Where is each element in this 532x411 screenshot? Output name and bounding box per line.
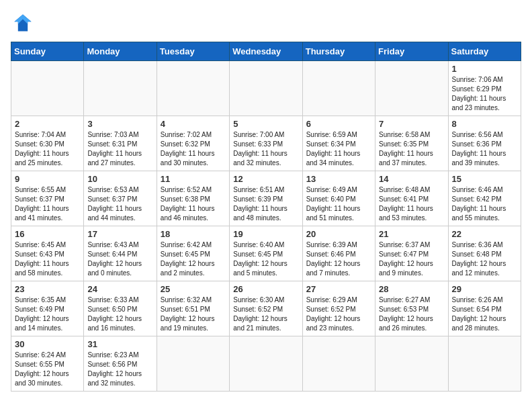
day-info: Sunrise: 6:42 AM Sunset: 6:45 PM Dayligh… — [161, 240, 226, 278]
calendar-cell: 23Sunrise: 6:35 AM Sunset: 6:49 PM Dayli… — [11, 281, 84, 336]
day-number: 2 — [15, 119, 80, 129]
calendar-cell — [375, 336, 448, 392]
calendar-cell — [230, 61, 302, 116]
day-number: 18 — [161, 229, 226, 239]
calendar-cell: 15Sunrise: 6:46 AM Sunset: 6:42 PM Dayli… — [448, 171, 521, 226]
day-info: Sunrise: 6:24 AM Sunset: 6:55 PM Dayligh… — [15, 351, 80, 388]
calendar-cell: 26Sunrise: 6:30 AM Sunset: 6:52 PM Dayli… — [230, 281, 302, 336]
calendar-cell — [11, 61, 84, 116]
day-number: 23 — [15, 284, 80, 294]
day-number: 5 — [233, 119, 298, 129]
day-number: 4 — [161, 119, 226, 129]
day-info: Sunrise: 6:40 AM Sunset: 6:45 PM Dayligh… — [233, 240, 298, 278]
calendar-week-5: 23Sunrise: 6:35 AM Sunset: 6:49 PM Dayli… — [11, 281, 521, 336]
calendar-cell — [157, 61, 229, 116]
calendar-cell: 3Sunrise: 7:03 AM Sunset: 6:31 PM Daylig… — [84, 116, 157, 171]
calendar-cell: 25Sunrise: 6:32 AM Sunset: 6:51 PM Dayli… — [157, 281, 229, 336]
day-info: Sunrise: 7:04 AM Sunset: 6:30 PM Dayligh… — [15, 130, 80, 168]
day-info: Sunrise: 6:32 AM Sunset: 6:51 PM Dayligh… — [161, 295, 226, 333]
day-number: 24 — [87, 284, 152, 294]
day-info: Sunrise: 6:39 AM Sunset: 6:46 PM Dayligh… — [306, 240, 371, 278]
day-number: 28 — [379, 284, 444, 294]
day-info: Sunrise: 6:43 AM Sunset: 6:44 PM Dayligh… — [87, 240, 152, 278]
calendar-cell — [302, 61, 375, 116]
calendar-cell: 11Sunrise: 6:52 AM Sunset: 6:38 PM Dayli… — [157, 171, 229, 226]
day-number: 1 — [452, 64, 517, 74]
calendar-cell: 8Sunrise: 6:56 AM Sunset: 6:36 PM Daylig… — [448, 116, 521, 171]
day-header-tuesday: Tuesday — [157, 42, 229, 61]
calendar-cell: 10Sunrise: 6:53 AM Sunset: 6:37 PM Dayli… — [84, 171, 157, 226]
calendar-cell — [375, 61, 448, 116]
page-header — [11, 11, 521, 35]
day-info: Sunrise: 7:06 AM Sunset: 6:29 PM Dayligh… — [452, 75, 517, 113]
day-header-thursday: Thursday — [302, 42, 375, 61]
day-info: Sunrise: 7:00 AM Sunset: 6:33 PM Dayligh… — [233, 130, 298, 168]
calendar-cell: 12Sunrise: 6:51 AM Sunset: 6:39 PM Dayli… — [230, 171, 302, 226]
calendar-header-row: SundayMondayTuesdayWednesdayThursdayFrid… — [11, 42, 521, 61]
day-number: 7 — [379, 119, 444, 129]
day-number: 8 — [452, 119, 517, 129]
calendar-week-3: 9Sunrise: 6:55 AM Sunset: 6:37 PM Daylig… — [11, 171, 521, 226]
day-info: Sunrise: 6:45 AM Sunset: 6:43 PM Dayligh… — [15, 240, 80, 278]
calendar-cell: 4Sunrise: 7:02 AM Sunset: 6:32 PM Daylig… — [157, 116, 229, 171]
calendar-cell: 31Sunrise: 6:23 AM Sunset: 6:56 PM Dayli… — [84, 336, 157, 392]
calendar-cell: 29Sunrise: 6:26 AM Sunset: 6:54 PM Dayli… — [448, 281, 521, 336]
calendar-cell — [448, 336, 521, 392]
day-info: Sunrise: 6:27 AM Sunset: 6:53 PM Dayligh… — [379, 295, 444, 333]
calendar-cell: 13Sunrise: 6:49 AM Sunset: 6:40 PM Dayli… — [302, 171, 375, 226]
calendar-cell: 30Sunrise: 6:24 AM Sunset: 6:55 PM Dayli… — [11, 336, 84, 392]
day-number: 27 — [306, 284, 371, 294]
day-number: 15 — [452, 174, 517, 184]
day-info: Sunrise: 6:46 AM Sunset: 6:42 PM Dayligh… — [452, 185, 517, 223]
day-number: 6 — [306, 119, 371, 129]
day-number: 19 — [233, 229, 298, 239]
day-info: Sunrise: 6:37 AM Sunset: 6:47 PM Dayligh… — [379, 240, 444, 278]
calendar-cell: 18Sunrise: 6:42 AM Sunset: 6:45 PM Dayli… — [157, 226, 229, 281]
calendar-week-6: 30Sunrise: 6:24 AM Sunset: 6:55 PM Dayli… — [11, 336, 521, 392]
day-info: Sunrise: 6:55 AM Sunset: 6:37 PM Dayligh… — [15, 185, 80, 223]
calendar-cell: 27Sunrise: 6:29 AM Sunset: 6:52 PM Dayli… — [302, 281, 375, 336]
day-info: Sunrise: 6:58 AM Sunset: 6:35 PM Dayligh… — [379, 130, 444, 168]
day-info: Sunrise: 7:02 AM Sunset: 6:32 PM Dayligh… — [161, 130, 226, 168]
day-info: Sunrise: 6:51 AM Sunset: 6:39 PM Dayligh… — [233, 185, 298, 223]
calendar-cell: 19Sunrise: 6:40 AM Sunset: 6:45 PM Dayli… — [230, 226, 302, 281]
calendar-cell: 7Sunrise: 6:58 AM Sunset: 6:35 PM Daylig… — [375, 116, 448, 171]
day-info: Sunrise: 7:03 AM Sunset: 6:31 PM Dayligh… — [87, 130, 152, 168]
day-number: 14 — [379, 174, 444, 184]
day-header-monday: Monday — [84, 42, 157, 61]
day-info: Sunrise: 6:48 AM Sunset: 6:41 PM Dayligh… — [379, 185, 444, 223]
calendar-cell: 16Sunrise: 6:45 AM Sunset: 6:43 PM Dayli… — [11, 226, 84, 281]
day-info: Sunrise: 6:56 AM Sunset: 6:36 PM Dayligh… — [452, 130, 517, 168]
calendar-cell: 22Sunrise: 6:36 AM Sunset: 6:48 PM Dayli… — [448, 226, 521, 281]
calendar-cell: 2Sunrise: 7:04 AM Sunset: 6:30 PM Daylig… — [11, 116, 84, 171]
day-info: Sunrise: 6:26 AM Sunset: 6:54 PM Dayligh… — [452, 295, 517, 333]
calendar-cell — [84, 61, 157, 116]
day-number: 9 — [15, 174, 80, 184]
calendar-cell: 24Sunrise: 6:33 AM Sunset: 6:50 PM Dayli… — [84, 281, 157, 336]
day-header-sunday: Sunday — [11, 42, 84, 61]
day-info: Sunrise: 6:29 AM Sunset: 6:52 PM Dayligh… — [306, 295, 371, 333]
calendar-cell: 6Sunrise: 6:59 AM Sunset: 6:34 PM Daylig… — [302, 116, 375, 171]
day-info: Sunrise: 6:36 AM Sunset: 6:48 PM Dayligh… — [452, 240, 517, 278]
calendar-cell: 21Sunrise: 6:37 AM Sunset: 6:47 PM Dayli… — [375, 226, 448, 281]
day-number: 12 — [233, 174, 298, 184]
day-number: 3 — [87, 119, 152, 129]
day-number: 20 — [306, 229, 371, 239]
calendar-cell: 17Sunrise: 6:43 AM Sunset: 6:44 PM Dayli… — [84, 226, 157, 281]
calendar-cell — [230, 336, 302, 392]
day-info: Sunrise: 6:53 AM Sunset: 6:37 PM Dayligh… — [87, 185, 152, 223]
calendar-week-1: 1Sunrise: 7:06 AM Sunset: 6:29 PM Daylig… — [11, 61, 521, 116]
day-number: 16 — [15, 229, 80, 239]
calendar-cell: 14Sunrise: 6:48 AM Sunset: 6:41 PM Dayli… — [375, 171, 448, 226]
day-number: 25 — [161, 284, 226, 294]
day-number: 22 — [452, 229, 517, 239]
calendar-week-2: 2Sunrise: 7:04 AM Sunset: 6:30 PM Daylig… — [11, 116, 521, 171]
day-number: 29 — [452, 284, 517, 294]
day-number: 30 — [15, 339, 80, 349]
logo — [11, 11, 39, 35]
day-header-friday: Friday — [375, 42, 448, 61]
day-info: Sunrise: 6:52 AM Sunset: 6:38 PM Dayligh… — [161, 185, 226, 223]
calendar-cell — [302, 336, 375, 392]
calendar: SundayMondayTuesdayWednesdayThursdayFrid… — [11, 42, 521, 392]
day-number: 26 — [233, 284, 298, 294]
